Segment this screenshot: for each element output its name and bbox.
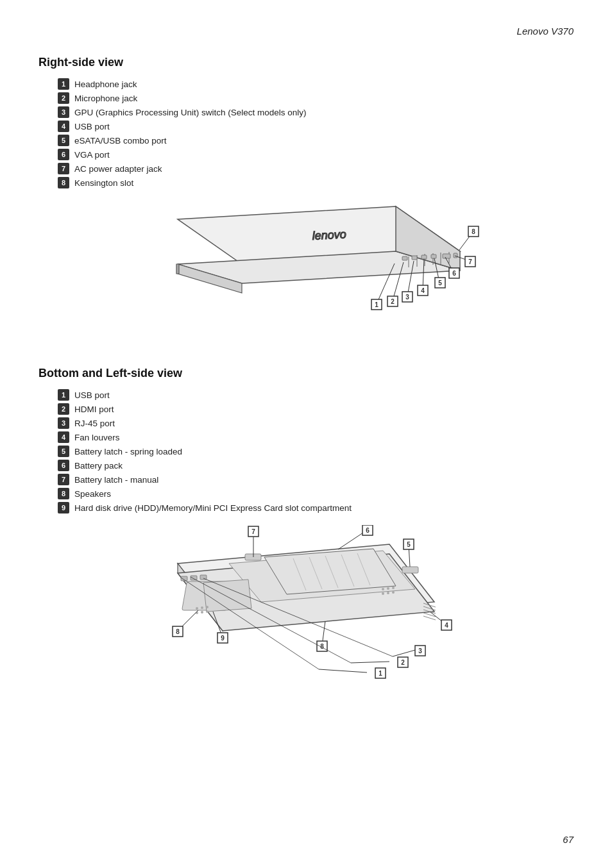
item-badge-3: 3 <box>58 106 69 118</box>
item-label: Headphone jack <box>74 79 137 89</box>
svg-text:1: 1 <box>375 301 378 308</box>
item-label: AC power adapter jack <box>74 164 162 174</box>
svg-rect-10 <box>431 255 436 258</box>
item-label: USB port <box>74 122 110 131</box>
svg-text:5: 5 <box>438 280 442 287</box>
list-item: 1 Headphone jack <box>58 78 574 90</box>
svg-text:9: 9 <box>221 635 225 642</box>
list-item: 2 Microphone jack <box>58 92 574 104</box>
item-badge-5: 5 <box>58 135 69 146</box>
svg-point-52 <box>382 592 384 595</box>
list-item: 5 eSATA/USB combo port <box>58 135 574 146</box>
svg-point-48 <box>206 610 208 613</box>
item-label: USB port <box>74 390 110 400</box>
list-item: 7 Battery latch - manual <box>58 474 574 485</box>
svg-text:7: 7 <box>468 258 472 265</box>
item-label: Kensington slot <box>74 178 133 188</box>
svg-point-44 <box>201 606 203 609</box>
item-label: eSATA/USB combo port <box>74 136 167 146</box>
page-number: 67 <box>563 834 574 845</box>
svg-rect-12 <box>454 253 457 258</box>
svg-line-87 <box>393 650 415 656</box>
list-item: 3 GPU (Graphics Processing Unit) switch … <box>58 106 574 118</box>
item-badge-8: 8 <box>58 177 69 188</box>
svg-rect-11 <box>443 254 450 258</box>
item-badge-b8: 8 <box>58 488 69 499</box>
item-badge-b1: 1 <box>58 389 69 401</box>
svg-point-51 <box>392 587 395 589</box>
item-badge-b2: 2 <box>58 403 69 415</box>
item-badge-b3: 3 <box>58 417 69 429</box>
item-label: Microphone jack <box>74 94 137 103</box>
item-label: Hard disk drive (HDD)/Memory/Mini PCI Ex… <box>74 503 352 513</box>
svg-text:4: 4 <box>445 622 448 629</box>
bottom-diagram: 7 6 5 8 9 <box>139 525 473 705</box>
svg-point-50 <box>387 587 389 590</box>
bottom-left-view-title: Bottom and Left-side view <box>38 367 574 380</box>
list-item: 3 RJ-45 port <box>58 417 574 429</box>
item-label: VGA port <box>74 150 110 160</box>
svg-point-47 <box>201 611 203 613</box>
item-badge-4: 4 <box>58 121 69 132</box>
page-header-title: Lenovo V370 <box>38 26 574 37</box>
item-label: Battery latch - manual <box>74 475 158 485</box>
svg-line-95 <box>319 669 367 672</box>
svg-point-49 <box>382 588 384 590</box>
svg-text:8: 8 <box>176 628 180 635</box>
svg-point-43 <box>196 607 198 610</box>
svg-text:8: 8 <box>472 228 475 235</box>
page: Lenovo V370 Right-side view 1 Headphone … <box>0 0 612 868</box>
list-item: 2 HDMI port <box>58 403 574 415</box>
bottom-svg: 7 6 5 8 9 <box>139 525 473 711</box>
svg-rect-59 <box>200 575 207 580</box>
right-side-view-title: Right-side view <box>38 56 574 69</box>
svg-text:7: 7 <box>251 528 255 535</box>
item-label: Battery latch - spring loaded <box>74 447 182 456</box>
list-item: 7 AC power adapter jack <box>58 163 574 174</box>
list-item: 5 Battery latch - spring loaded <box>58 446 574 457</box>
item-label: RJ-45 port <box>74 419 115 428</box>
item-label: HDMI port <box>74 405 114 414</box>
right-side-diagram-container: lenovo <box>38 200 574 347</box>
right-side-svg: lenovo <box>126 200 486 347</box>
bottom-left-view-section: Bottom and Left-side view 1 USB port 2 H… <box>38 367 574 705</box>
item-badge-b6: 6 <box>58 460 69 471</box>
right-side-diagram: lenovo <box>126 200 486 347</box>
item-badge-6: 6 <box>58 149 69 160</box>
svg-rect-58 <box>191 576 197 580</box>
svg-text:4: 4 <box>421 287 425 294</box>
list-item: 8 Kensington slot <box>58 177 574 188</box>
item-badge-b4: 4 <box>58 431 69 443</box>
svg-point-54 <box>392 591 395 594</box>
svg-text:lenovo: lenovo <box>312 228 346 242</box>
item-badge-b9: 9 <box>58 502 69 513</box>
svg-rect-9 <box>421 255 427 259</box>
item-label: Fan louvers <box>74 433 120 442</box>
item-badge-b5: 5 <box>58 446 69 457</box>
list-item: 6 Battery pack <box>58 460 574 471</box>
right-side-view-list: 1 Headphone jack 2 Microphone jack 3 GPU… <box>58 78 574 188</box>
item-badge-b7: 7 <box>58 474 69 485</box>
svg-text:3: 3 <box>405 294 409 301</box>
svg-point-45 <box>206 606 208 608</box>
svg-line-91 <box>351 662 389 663</box>
svg-text:3: 3 <box>418 647 422 655</box>
item-label: Speakers <box>74 489 111 499</box>
svg-point-53 <box>387 592 389 594</box>
svg-rect-57 <box>181 576 187 581</box>
list-item: 6 VGA port <box>58 149 574 160</box>
svg-text:6: 6 <box>452 270 456 277</box>
right-side-view-section: Right-side view 1 Headphone jack 2 Micro… <box>38 56 574 347</box>
svg-rect-8 <box>412 256 417 260</box>
list-item: 1 USB port <box>58 389 574 401</box>
list-item: 4 Fan louvers <box>58 431 574 443</box>
svg-text:2: 2 <box>391 298 395 305</box>
item-badge-1: 1 <box>58 78 69 90</box>
item-badge-7: 7 <box>58 163 69 174</box>
svg-text:6: 6 <box>366 527 370 534</box>
item-label: Battery pack <box>74 461 123 471</box>
svg-text:2: 2 <box>401 659 405 666</box>
svg-rect-7 <box>402 256 407 260</box>
svg-rect-55 <box>402 567 418 573</box>
item-badge-2: 2 <box>58 92 69 104</box>
